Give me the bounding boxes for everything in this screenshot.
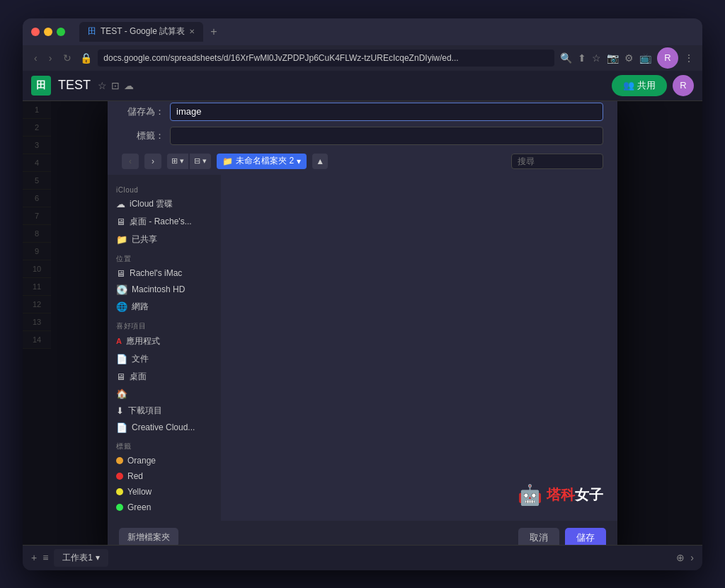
spreadsheet-area: 1 2 3 4 5 6 7 8 9 10 11 12 13 14: [23, 101, 702, 545]
desktop-fav-icon: 🖥: [116, 371, 125, 382]
watermark: 🤖 塔科女子: [518, 483, 603, 507]
dialog-toolbar: ‹ › ⊞ ▾ ⊟ ▾ 📁 未命名檔案夾 2 ▾ ▲: [108, 148, 617, 175]
sidebar-item-tag-red[interactable]: Red: [108, 468, 221, 484]
close-button[interactable]: [31, 28, 40, 36]
cast-icon[interactable]: 📺: [639, 52, 651, 64]
yellow-tag-label: Yellow: [127, 487, 152, 497]
watermark-white-text: 女子: [575, 487, 603, 502]
user-avatar[interactable]: R: [657, 47, 678, 69]
menu-icon[interactable]: ⋮: [684, 52, 694, 64]
history-icon[interactable]: ⊡: [111, 80, 120, 91]
content-area: 田 TEST ☆ ⊡ ☁ 👥 共用 R 1 2 3 4: [23, 71, 702, 570]
dialog-search-input[interactable]: [511, 154, 603, 169]
apps-icon: A: [116, 337, 122, 345]
sidebar-item-tag-green[interactable]: Green: [108, 500, 221, 515]
dialog-sidebar: iCloud ☁ iCloud 雲碟 🖥 桌面 - Rache's... 📁: [108, 175, 221, 521]
bookmark-icon[interactable]: ☆: [592, 52, 601, 64]
network-label: 網路: [132, 301, 149, 313]
grid-view-button[interactable]: ⊞ ▾: [167, 154, 188, 169]
tags-section-label: 標籤: [108, 436, 221, 453]
downloads-label: 下載項目: [128, 405, 162, 417]
tab-close-icon[interactable]: ✕: [189, 28, 195, 35]
sidebar-item-creative-cloud[interactable]: 📄 Creative Cloud...: [108, 420, 221, 436]
dialog-overlay: 儲存為： 標籤： ‹ › ⊞ ▾ ⊟ ▾: [23, 101, 702, 545]
sidebar-item-shared[interactable]: 📁 已共享: [108, 231, 221, 248]
browser-window: 田 TEST - Google 試算表 ✕ + ‹ › ↻ 🔒 🔍 ⬆ ☆ 📷 …: [23, 18, 702, 570]
spreadsheet-title[interactable]: TEST: [58, 78, 91, 93]
explore-icon[interactable]: ›: [690, 552, 694, 563]
locations-section-label: 位置: [108, 248, 221, 265]
address-input[interactable]: [98, 50, 554, 67]
desktop-fav-label: 桌面: [130, 371, 147, 383]
downloads-icon: ⬇: [116, 405, 124, 416]
tags-input[interactable]: [170, 127, 603, 145]
forward-nav-button[interactable]: ›: [144, 154, 161, 169]
sheets-header: 田 TEST ☆ ⊡ ☁ 👥 共用 R: [23, 71, 702, 101]
sheet-dropdown-icon: ▾: [96, 553, 100, 563]
forward-button[interactable]: ›: [46, 51, 55, 65]
sidebar-item-documents[interactable]: 📄 文件: [108, 350, 221, 368]
watermark-text: 塔科女子: [547, 485, 603, 505]
refresh-button[interactable]: ↻: [60, 51, 74, 65]
sidebar-item-network[interactable]: 🌐 網路: [108, 298, 221, 316]
back-nav-button[interactable]: ‹: [122, 154, 139, 169]
icloud-drive-icon: ☁: [116, 199, 125, 209]
dialog-bottom: 新增檔案夾 取消 儲存: [108, 521, 617, 545]
sheets-list-icon[interactable]: ≡: [42, 552, 48, 563]
sidebar-item-desktop[interactable]: 🖥 桌面 - Rache's...: [108, 213, 221, 231]
user-avatar-sheets[interactable]: R: [673, 75, 694, 96]
sidebar-item-macintosh-hd[interactable]: 💽 Macintosh HD: [108, 282, 221, 298]
rachels-imac-icon: 🖥: [116, 268, 125, 279]
maximize-button[interactable]: [57, 28, 65, 36]
tags-row: 標籤：: [108, 124, 617, 148]
sheet-tab-label: 工作表1: [62, 552, 93, 564]
desktop-label: 桌面 - Rache's...: [130, 216, 192, 228]
shared-label: 已共享: [132, 234, 157, 246]
title-icons: ☆ ⊡ ☁: [98, 80, 134, 91]
extensions-icon[interactable]: ⚙: [624, 52, 634, 64]
save-button[interactable]: 儲存: [565, 528, 606, 545]
address-bar: ‹ › ↻ 🔒 🔍 ⬆ ☆ 📷 ⚙ 📺 R ⋮: [23, 45, 702, 71]
minimize-button[interactable]: [44, 28, 52, 36]
sheet-tab-1[interactable]: 工作表1 ▾: [54, 549, 108, 567]
sidebar-item-downloads[interactable]: ⬇ 下載項目: [108, 402, 221, 420]
bottom-bar: + ≡ 工作表1 ▾ ⊕ ›: [23, 545, 702, 570]
sidebar-item-desktop-fav[interactable]: 🖥 桌面: [108, 368, 221, 386]
search-icon[interactable]: 🔍: [560, 52, 572, 64]
camera-icon[interactable]: 📷: [607, 52, 619, 64]
green-dot: [116, 504, 123, 511]
share-button[interactable]: 👥 共用: [612, 75, 667, 96]
sidebar-item-apps[interactable]: A 應用程式: [108, 333, 221, 350]
green-tag-label: Green: [127, 502, 151, 512]
add-to-sheets-icon[interactable]: ⊕: [676, 552, 685, 563]
share-label: 共用: [637, 79, 656, 92]
new-tab-button[interactable]: +: [206, 25, 221, 38]
cancel-button[interactable]: 取消: [518, 528, 559, 545]
watermark-icon: 🤖: [518, 483, 542, 507]
sheets-logo-letter: 田: [36, 79, 46, 92]
sidebar-item-tag-yellow[interactable]: Yellow: [108, 484, 221, 500]
expand-button[interactable]: ▲: [312, 154, 328, 169]
back-button[interactable]: ‹: [31, 51, 40, 65]
list-view-button[interactable]: ⊟ ▾: [190, 154, 211, 169]
dropdown-chevron: ▾: [297, 156, 301, 166]
sidebar-item-home[interactable]: 🏠: [108, 386, 221, 402]
dialog-file-area[interactable]: 🤖 塔科女子: [221, 175, 617, 521]
icloud-drive-label: iCloud 雲碟: [130, 198, 173, 210]
sidebar-item-rachels-imac[interactable]: 🖥 Rachel's iMac: [108, 265, 221, 282]
new-folder-button[interactable]: 新增檔案夾: [119, 528, 178, 545]
share-icon[interactable]: ⬆: [578, 52, 586, 64]
current-folder-dropdown[interactable]: 📁 未命名檔案夾 2 ▾: [217, 154, 307, 169]
star-icon[interactable]: ☆: [98, 80, 107, 91]
save-as-input[interactable]: [170, 103, 603, 121]
orange-dot: [116, 457, 123, 464]
add-sheet-icon[interactable]: +: [31, 552, 37, 563]
home-icon: 🏠: [116, 388, 127, 399]
active-tab[interactable]: 田 TEST - Google 試算表 ✕: [79, 22, 203, 42]
tags-label: 標籤：: [122, 129, 164, 142]
documents-label: 文件: [132, 353, 149, 365]
sidebar-item-tag-orange[interactable]: Orange: [108, 453, 221, 468]
desktop-icon: 🖥: [116, 217, 125, 227]
cloud-icon[interactable]: ☁: [124, 80, 134, 91]
sidebar-item-icloud-drive[interactable]: ☁ iCloud 雲碟: [108, 195, 221, 213]
